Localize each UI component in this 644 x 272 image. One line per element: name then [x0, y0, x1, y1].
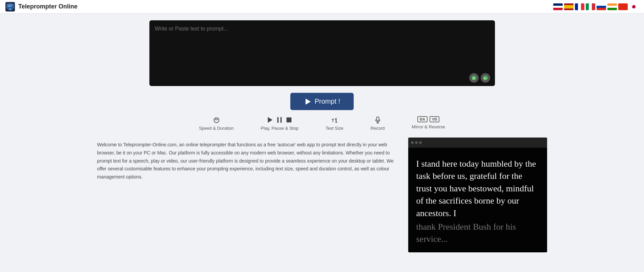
prompt-textarea[interactable] [155, 26, 490, 79]
text-size-icons: T T [331, 116, 338, 124]
speed-duration-button[interactable] [213, 116, 220, 124]
bottom-section: Welcome to Teleprompter-Online.com, an o… [92, 138, 553, 252]
description-text: Welcome to Teleprompter-Online.com, an o… [97, 138, 395, 252]
prompt-button-label: Prompt ! [315, 98, 340, 105]
preview-topbar [408, 138, 547, 148]
speed-duration-icons [213, 116, 220, 124]
text-size-group: T T Text Size [326, 116, 344, 131]
controls-row: Speed & Duration [199, 116, 445, 134]
teleprompter-preview: I stand here today humbled by the task b… [408, 138, 547, 252]
play-pause-stop-group: Play, Pause & Stop [261, 116, 298, 131]
speedometer-icon [213, 116, 220, 124]
text-size-icon: T T [331, 116, 338, 124]
flag-bar [553, 3, 639, 10]
record-button[interactable] [374, 116, 381, 124]
dot-3 [419, 141, 422, 144]
svg-text:Gr: Gr [483, 77, 486, 80]
svg-rect-3 [8, 9, 12, 10]
mirror-b-label: VB [430, 116, 439, 122]
play-button[interactable] [266, 116, 274, 124]
mirror-reverse-group: BA VB Mirror & Reverse [412, 116, 445, 129]
mirror-reverse-icons: BA VB [417, 116, 439, 122]
svg-rect-15 [287, 118, 292, 123]
svg-text:G: G [473, 77, 475, 80]
svg-rect-1 [7, 4, 14, 8]
spellcheck-icon[interactable]: G [469, 73, 479, 83]
preview-fade-text: thank President Bush for his service... [416, 221, 539, 246]
pause-icon [276, 116, 283, 124]
svg-rect-14 [281, 117, 282, 123]
text-size-label: Text Size [326, 126, 344, 131]
svg-point-11 [214, 118, 219, 123]
play-icon [304, 98, 311, 105]
flag-india[interactable] [607, 3, 617, 10]
record-label: Record [371, 126, 385, 131]
main-content: G Gr Prompt ! [0, 14, 644, 252]
svg-marker-12 [268, 117, 273, 123]
pause-button[interactable] [276, 116, 283, 124]
app-title: Teleprompter Online [18, 3, 78, 10]
flag-uk[interactable] [553, 3, 563, 10]
prompt-button[interactable]: Prompt ! [290, 93, 354, 110]
speed-duration-label: Speed & Duration [199, 126, 234, 131]
dot-2 [415, 141, 418, 144]
record-icons [374, 116, 381, 124]
flag-spain[interactable] [564, 3, 574, 10]
reverse-button[interactable]: VB [430, 116, 439, 122]
play-pause-stop-label: Play, Pause & Stop [261, 126, 298, 131]
prompt-textarea-container: G Gr [149, 20, 495, 86]
svg-marker-10 [306, 99, 311, 105]
dot-1 [411, 141, 414, 144]
play-pause-stop-icons [266, 116, 293, 124]
mirror-a-label: BA [417, 116, 428, 122]
textarea-tools: G Gr [469, 73, 490, 83]
stop-icon [285, 116, 293, 124]
header: Teleprompter Online [0, 0, 644, 14]
grammar-icon[interactable]: Gr [481, 73, 490, 83]
mirror-reverse-label: Mirror & Reverse [412, 124, 445, 129]
flag-japan[interactable] [629, 3, 639, 10]
header-left: Teleprompter Online [5, 2, 78, 12]
app-logo-icon [5, 2, 15, 12]
play-icon-ctrl [266, 116, 274, 124]
svg-text:T: T [332, 118, 334, 123]
mirror-button[interactable]: BA [417, 116, 428, 122]
svg-rect-13 [277, 117, 279, 123]
microphone-icon [374, 116, 381, 124]
text-size-button[interactable]: T T [331, 116, 338, 124]
svg-rect-2 [9, 8, 11, 9]
flag-france[interactable] [575, 3, 584, 10]
preview-main-text: I stand here today humbled by the task b… [416, 158, 539, 219]
speed-duration-group: Speed & Duration [199, 116, 234, 131]
flag-china[interactable] [618, 3, 628, 10]
record-group: Record [371, 116, 385, 131]
flag-russia[interactable] [597, 3, 606, 10]
svg-rect-20 [376, 117, 379, 121]
preview-text-area: I stand here today humbled by the task b… [408, 148, 547, 252]
stop-button[interactable] [285, 116, 293, 124]
flag-italy[interactable] [586, 3, 595, 10]
